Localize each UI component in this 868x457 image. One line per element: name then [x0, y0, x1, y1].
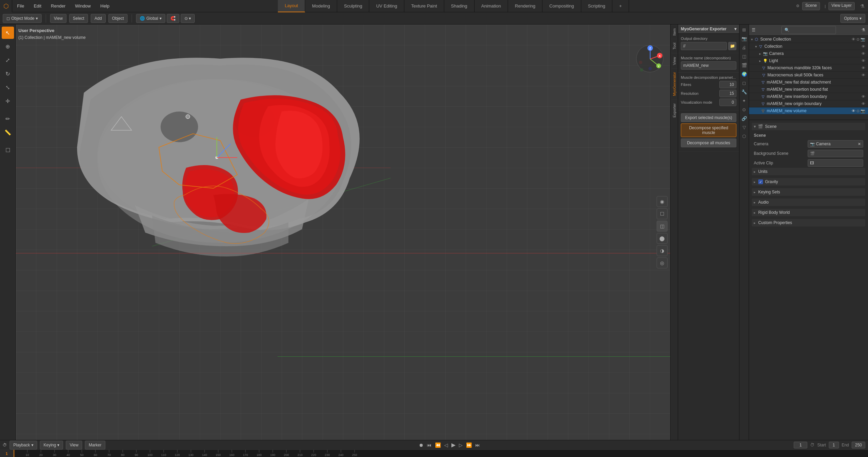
props-constraints-icon[interactable]: 🔗	[740, 115, 748, 122]
mode-selector[interactable]: ◻ Object Mode ▾	[3, 14, 42, 23]
camera-clear-btn[interactable]: ✕	[858, 142, 861, 146]
jump-start-btn[interactable]: ⏮	[425, 442, 433, 448]
tab-scripting[interactable]: Scripting	[581, 0, 613, 12]
tab-layout[interactable]: Layout	[278, 0, 305, 12]
menu-render[interactable]: Render	[46, 0, 70, 12]
decompose-all-btn[interactable]: Decompose all muscles	[681, 138, 736, 147]
record-btn[interactable]: ⏺	[417, 442, 425, 448]
keying-sets-header[interactable]: ▸ Keying Sets	[752, 188, 865, 196]
rigid-body-header[interactable]: ▸ Rigid Body World	[752, 209, 865, 216]
outliner-item-insertion-boundary[interactable]: ▽ mAMEM_new insertion boundary 👁	[749, 93, 868, 100]
origin-eye[interactable]: 👁	[862, 102, 865, 106]
current-frame[interactable]: 1	[794, 442, 807, 448]
filter-icon-outliner[interactable]: ⚗	[862, 28, 865, 32]
play-btn[interactable]: ▶	[450, 442, 457, 448]
myo-panel-expand[interactable]: ▾	[734, 27, 736, 31]
resolution-input[interactable]: 15	[719, 90, 736, 97]
menu-help[interactable]: Help	[95, 0, 114, 12]
gravity-checkbox[interactable]: ✓	[758, 179, 763, 184]
output-dir-input[interactable]: //	[681, 42, 727, 50]
view-menu[interactable]: View	[50, 14, 66, 23]
toggle-overlay[interactable]: ◉	[657, 196, 668, 207]
units-header[interactable]: ▸ Units	[752, 168, 865, 175]
render-icon[interactable]: 📷	[860, 37, 865, 42]
select-tool[interactable]: ↖	[2, 27, 14, 39]
tab-modeling[interactable]: Modeling	[305, 0, 337, 12]
playback-menu[interactable]: Playback ▾	[10, 441, 37, 449]
props-scene-icon[interactable]: 🎬	[740, 61, 748, 69]
select-menu[interactable]: Select	[69, 14, 88, 23]
scene-selector[interactable]: Scene	[802, 2, 820, 10]
vis-mode-input[interactable]: 0	[719, 99, 736, 106]
props-output-icon[interactable]: 🖨	[740, 44, 748, 51]
menu-edit[interactable]: Edit	[29, 0, 46, 12]
annotate-tool[interactable]: ✏	[2, 113, 14, 125]
vtab-tool[interactable]: Tool	[671, 39, 677, 53]
move-tool[interactable]: ⤢	[2, 54, 14, 66]
active-clip-value[interactable]: 🎞	[808, 159, 864, 167]
next-frame-btn[interactable]: ⏩	[465, 442, 473, 448]
props-modifier-icon[interactable]: 🔧	[740, 88, 748, 95]
outliner-item-origin-boundary[interactable]: ▽ mAMEM_new origin boundary 👁	[749, 100, 868, 107]
scene-section-header[interactable]: ▾ 🎬 Scene	[752, 123, 865, 130]
audio-header[interactable]: ▸ Audio	[752, 198, 865, 206]
add-object-tool[interactable]: ☐	[2, 144, 14, 156]
camera-prop-value[interactable]: 📷 Camera ✕	[808, 140, 864, 148]
export-btn[interactable]: Export selected muscle(s)	[681, 113, 736, 122]
fibres-input[interactable]: 10	[719, 81, 736, 88]
vtab-exporter[interactable]: Exporter	[671, 100, 677, 121]
props-particles-icon[interactable]: ✦	[740, 97, 748, 104]
ins-boundary-eye[interactable]: 👁	[862, 94, 865, 99]
rotate-tool[interactable]: ↻	[2, 68, 14, 80]
volume-eye[interactable]: 👁	[852, 109, 855, 113]
jump-end-btn[interactable]: ⏭	[474, 442, 481, 448]
filter-icon[interactable]: ⚗	[860, 3, 865, 9]
tab-compositing[interactable]: Compositing	[542, 0, 581, 12]
rendered-mode[interactable]: ◎	[657, 257, 668, 268]
tab-texture-paint[interactable]: Texture Paint	[404, 0, 444, 12]
cam-eye[interactable]: 👁	[862, 51, 865, 56]
material-preview[interactable]: ◑	[657, 245, 668, 256]
solid-mode[interactable]: ⬤	[657, 233, 668, 244]
prev-keyframe-btn[interactable]: ◁	[443, 442, 449, 448]
nav-gizmo[interactable]: Z X Y	[636, 45, 663, 72]
outliner-item-mandible[interactable]: ▽ Macrocnemus mandible 320k faces 👁	[749, 64, 868, 72]
transform-tool[interactable]: ✛	[2, 95, 14, 107]
end-frame[interactable]: 250	[852, 442, 865, 448]
global-transform[interactable]: 🌐 Global ▾	[136, 14, 165, 23]
tab-uv-editing[interactable]: UV Editing	[369, 0, 404, 12]
eye-icon[interactable]: 👁	[852, 37, 855, 41]
outliner-item-light[interactable]: ▸ 💡 Light 👁	[749, 57, 868, 64]
menu-window[interactable]: Window	[70, 0, 95, 12]
tab-animation[interactable]: Animation	[475, 0, 508, 12]
outliner-icon[interactable]: ⊞	[740, 26, 748, 33]
vtab-myogenerator[interactable]: MyoGenerator	[671, 68, 677, 99]
keying-menu[interactable]: Keying ▾	[40, 441, 63, 449]
eye-icon-2[interactable]: 👁	[862, 44, 865, 48]
outliner-item-flat-distal[interactable]: ▽ mAMEM_new flat distal attachment	[749, 79, 868, 86]
outliner-item-volume[interactable]: ▽ mAMEM_new volume 👁 ⊙ 📷	[749, 107, 868, 115]
transform-pivot[interactable]: ⊙ ▾	[181, 14, 195, 23]
tab-rendering[interactable]: Rendering	[508, 0, 542, 12]
wireframe-mode[interactable]: ◫	[657, 221, 668, 232]
props-object-icon[interactable]: ◻	[740, 79, 748, 87]
outliner-search[interactable]	[781, 26, 836, 34]
mandible-eye[interactable]: 👁	[862, 66, 865, 70]
outliner-item-insertion-flat[interactable]: ▽ mAMEM_new insertion bound flat	[749, 86, 868, 93]
prev-frame-btn[interactable]: ⏪	[434, 442, 442, 448]
props-view-layer-icon[interactable]: ◫	[740, 53, 748, 60]
outliner-item-camera[interactable]: ▸ 📷 Camera 👁	[749, 50, 868, 57]
custom-props-header[interactable]: ▸ Custom Properties	[752, 219, 865, 226]
measure-tool[interactable]: 📏	[2, 126, 14, 138]
volume-select[interactable]: ⊙	[856, 109, 859, 113]
timeline-bar[interactable]: 10 20 30 40 50 60 70 80 90	[14, 450, 868, 457]
start-frame[interactable]: 1	[829, 442, 839, 448]
options-btn[interactable]: Options ▾	[840, 14, 865, 23]
light-eye[interactable]: 👁	[862, 59, 865, 63]
outliner-item-skull[interactable]: ▽ Macrocnemus skull 500k faces 👁	[749, 72, 868, 79]
browse-btn[interactable]: 📁	[728, 42, 736, 50]
outliner-item-scene-collection[interactable]: ▾ ⬡ Scene Collection 👁 ⊙ 📷	[749, 36, 868, 43]
props-physics-icon[interactable]: ⊙	[740, 106, 748, 113]
vtab-item[interactable]: Item	[671, 25, 677, 39]
cursor-tool[interactable]: ⊕	[2, 40, 14, 53]
